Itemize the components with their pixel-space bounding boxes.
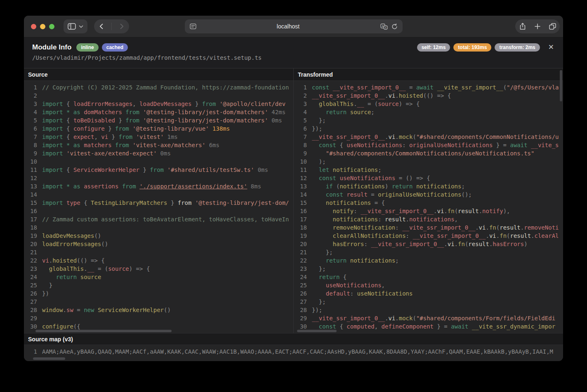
code-line: 14 const result = originalUseNotificatio… xyxy=(294,190,563,199)
source-panel-title: Source xyxy=(24,68,293,81)
line-number: 3 xyxy=(294,100,307,108)
zoom-window-button[interactable] xyxy=(49,24,54,29)
status-badge: cached xyxy=(102,43,128,52)
line-number: 23 xyxy=(24,265,37,273)
line-number: 26 xyxy=(294,289,307,298)
transformed-code[interactable]: 1const __vite_ssr_import_0__ = await __v… xyxy=(294,81,563,333)
code-line: 4import * as domMatchers from '@testing-… xyxy=(24,108,293,116)
code-line: 14 xyxy=(24,190,293,199)
code-line: 29 xyxy=(24,314,293,322)
code-line: 28window.sw = new ServiceWorkerHelper() xyxy=(24,306,293,314)
code-line: 5 }; xyxy=(294,116,563,124)
forward-button[interactable] xyxy=(115,19,129,33)
module-info-header: Module Info inlinecached self: 12mstotal… xyxy=(24,38,563,68)
close-window-button[interactable] xyxy=(31,24,36,29)
code-line: 15 notifications = { xyxy=(294,199,563,207)
reload-icon[interactable] xyxy=(391,23,398,30)
source-horizontal-scrollbar[interactable] xyxy=(35,330,172,332)
code-line: 29__vite_ssr_import_0__.vi.mock("#shared… xyxy=(294,314,563,322)
line-number: 21 xyxy=(294,248,307,256)
line-number: 1 xyxy=(24,347,37,356)
code-line: 24 return { xyxy=(294,273,563,281)
line-number: 11 xyxy=(24,166,37,174)
line-number: 11 xyxy=(294,166,307,174)
timing-badge: total: 193ms xyxy=(453,43,491,52)
tabs-overview-button[interactable] xyxy=(545,19,560,33)
transformed-panel: Transformed 1const __vite_ssr_import_0__… xyxy=(293,68,563,333)
module-path: /Users/vladimir/Projects/zammad/app/fron… xyxy=(32,54,555,61)
code-line: 10 xyxy=(24,157,293,166)
module-link[interactable]: './support/assertions/index.ts' xyxy=(139,183,247,190)
sidebar-icon xyxy=(68,23,76,30)
timing-badges: self: 12mstotal: 193mstransform: 2ms xyxy=(417,43,540,52)
line-number: 28 xyxy=(294,306,307,314)
code-line: 7import { expect, vi } from 'vitest' 1ms xyxy=(24,133,293,141)
code-line: 17// Zammad custom assertions: toBeAvata… xyxy=(24,215,293,223)
line-number: 10 xyxy=(24,157,37,166)
line-number: 16 xyxy=(294,207,307,215)
line-number: 17 xyxy=(24,215,37,223)
code-line: 30 const { computed, defineComponent } =… xyxy=(294,322,563,331)
line-number: 1 xyxy=(294,83,307,92)
line-number: 24 xyxy=(294,273,307,281)
code-line: 30configure({ xyxy=(24,322,293,331)
code-line: 16 xyxy=(24,207,293,215)
line-number: 27 xyxy=(24,298,37,306)
line-number: 9 xyxy=(294,149,307,157)
new-tab-button[interactable] xyxy=(530,19,545,33)
chevron-down-icon xyxy=(79,25,83,28)
line-number: 22 xyxy=(24,256,37,265)
line-number: 7 xyxy=(24,133,37,141)
transformed-vertical-scrollbar[interactable] xyxy=(560,70,562,101)
line-number: 26 xyxy=(24,289,37,298)
code-line: 1AAMA;AAeA,yBAAG,QAAQ,MAAM;AACf,aAAW,KAA… xyxy=(24,347,563,356)
code-panels: Source 1// Copyright (C) 2012-2025 Zamma… xyxy=(24,68,563,333)
line-number: 20 xyxy=(294,240,307,248)
code-line: 11 let notifications; xyxy=(294,166,563,174)
sourcemap-code[interactable]: 1AAMA;AAeA,yBAAG,QAAQ,MAAM;AACf,aAAW,KAA… xyxy=(24,345,563,361)
line-number: 19 xyxy=(294,232,307,240)
share-button[interactable] xyxy=(515,19,530,33)
translate-icon[interactable]: Ax xyxy=(380,23,388,30)
source-map-title: Source map (v3) xyxy=(24,333,563,345)
line-number: 14 xyxy=(294,190,307,199)
code-line: 1// Copyright (C) 2012-2025 Zammad Found… xyxy=(24,83,293,92)
line-number: 29 xyxy=(24,314,37,322)
code-line: 12 const useNotifications = () => { xyxy=(294,174,563,182)
back-button[interactable] xyxy=(94,19,108,33)
line-number: 18 xyxy=(24,223,37,232)
line-number: 15 xyxy=(294,199,307,207)
line-number: 23 xyxy=(294,265,307,273)
sourcemap-horizontal-scrollbar[interactable] xyxy=(33,357,65,360)
sidebar-toggle-button[interactable] xyxy=(64,19,87,33)
code-line: 28}); xyxy=(294,306,563,314)
code-line: 23 globalThis.__ = (source) => { xyxy=(24,265,293,273)
timing-badge: transform: 2ms xyxy=(495,43,540,52)
line-number: 4 xyxy=(24,108,37,116)
code-line: 5import { toBeDisabled } from '@testing-… xyxy=(24,116,293,124)
status-badge: inline xyxy=(76,43,98,52)
code-line: 6}); xyxy=(294,124,563,133)
line-number: 6 xyxy=(294,124,307,133)
transformed-horizontal-scrollbar[interactable] xyxy=(297,330,337,332)
source-code[interactable]: 1// Copyright (C) 2012-2025 Zammad Found… xyxy=(24,81,293,333)
timing-badge: self: 12ms xyxy=(417,43,450,52)
line-number: 30 xyxy=(24,322,37,331)
code-line: 17 notifications: result.notifications, xyxy=(294,215,563,223)
line-number: 25 xyxy=(294,281,307,289)
code-line: 22vi.hoisted(() => { xyxy=(24,256,293,265)
source-map-section: Source map (v3) 1AAMA;AAeA,yBAAG,QAAQ,MA… xyxy=(24,333,563,361)
code-line: 19 clearAllNotifications: __vite_ssr_imp… xyxy=(294,232,563,240)
code-line: 4 return source; xyxy=(294,108,563,116)
close-icon[interactable]: ✕ xyxy=(547,43,555,52)
address-bar[interactable]: localhost Ax xyxy=(185,19,403,33)
code-line: 20 hasErrors: __vite_ssr_import_0__.vi.f… xyxy=(294,240,563,248)
browser-window: localhost Ax Module Info xyxy=(24,16,563,361)
reader-icon[interactable] xyxy=(185,23,196,29)
code-line: 25 } xyxy=(24,281,293,289)
minimize-window-button[interactable] xyxy=(40,24,45,29)
line-number: 4 xyxy=(294,108,307,116)
line-number: 29 xyxy=(294,314,307,322)
code-line: 16 notify: __vite_ssr_import_0__.vi.fn(r… xyxy=(294,207,563,215)
line-number: 13 xyxy=(24,182,37,190)
